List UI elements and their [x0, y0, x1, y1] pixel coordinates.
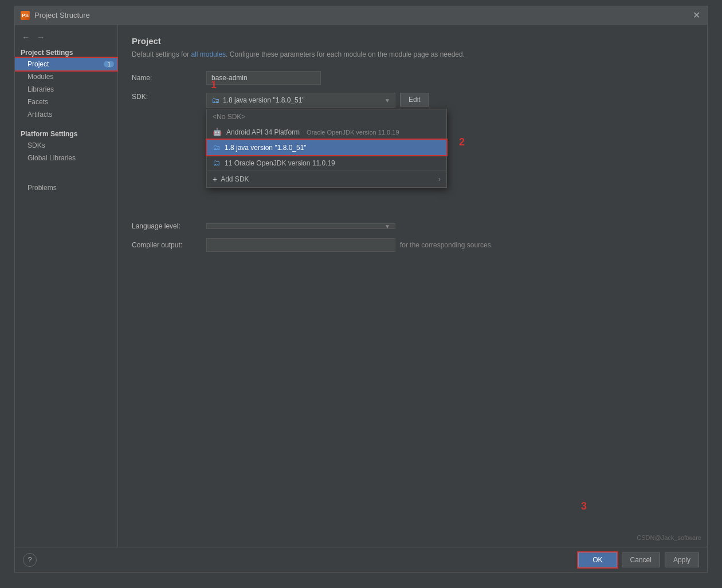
compiler-output-row: Compiler output: for the corresponding s… — [132, 238, 693, 252]
sdk-edit-button[interactable]: Edit — [400, 93, 429, 106]
bottom-right-buttons: OK Cancel Apply — [578, 553, 699, 567]
nav-back-forward: ← → — [15, 29, 117, 45]
platform-settings-label: Platform Settings — [15, 127, 117, 139]
apply-button[interactable]: Apply — [665, 553, 699, 567]
app-icon: PS — [21, 11, 30, 20]
sidebar-item-problems-label: Problems — [28, 184, 57, 192]
add-sdk-option[interactable]: + Add SDK › — [207, 171, 446, 187]
sidebar-item-global-libraries-label: Global Libraries — [28, 154, 76, 162]
sidebar-item-sdks-label: SDKs — [28, 141, 45, 149]
compiler-output-label: Compiler output: — [132, 241, 206, 249]
sdk-dropdown-container: 🗂 1.8 java version "1.8.0_51" ▼ <No SDK>… — [206, 93, 395, 108]
java18-sdk-label: 1.8 java version "1.8.0_51" — [225, 144, 307, 152]
annotation-number-1: 1 — [211, 79, 217, 91]
main-content: ← → Project Settings Project 1 Modules L… — [15, 25, 707, 547]
sdk-dropdown[interactable]: 🗂 1.8 java version "1.8.0_51" ▼ — [206, 93, 395, 108]
sdk-dropdown-arrow-icon: ▼ — [384, 97, 390, 104]
sidebar-item-project[interactable]: Project 1 — [15, 58, 117, 70]
cancel-button[interactable]: Cancel — [622, 553, 660, 567]
java11-folder-icon: 🗂 — [213, 159, 220, 167]
add-sdk-arrow-icon: › — [438, 175, 441, 183]
dialog-title: Project Structure — [34, 11, 686, 19]
sdk-folder-icon: 🗂 — [211, 96, 219, 105]
section-desc-link: all modules — [191, 50, 226, 58]
sidebar-item-problems[interactable]: Problems — [15, 181, 117, 194]
java11-sdk-option[interactable]: 🗂 11 Oracle OpenJDK version 11.0.19 — [207, 155, 446, 171]
java18-sdk-option[interactable]: 🗂 1.8 java version "1.8.0_51" — [207, 140, 446, 155]
sdk-row: SDK: 🗂 1.8 java version "1.8.0_51" ▼ <No… — [132, 93, 693, 108]
android-sdk-label: Android API 34 Platform — [226, 128, 300, 136]
right-panel: Project Default settings for all modules… — [118, 25, 707, 547]
sidebar-item-global-libraries[interactable]: Global Libraries — [15, 152, 117, 164]
annotation-number-2: 2 — [459, 136, 465, 148]
no-sdk-label: <No SDK> — [213, 113, 245, 121]
sidebar-item-facets-label: Facets — [28, 98, 48, 106]
section-desc-after: . Configure these parameters for each mo… — [226, 50, 465, 58]
language-level-arrow-icon: ▼ — [384, 223, 390, 230]
sidebar-item-artifacts-label: Artifacts — [28, 111, 52, 119]
project-settings-label: Project Settings — [15, 45, 117, 58]
watermark: CSDN@Jack_software — [637, 534, 701, 541]
section-title: Project — [132, 36, 693, 46]
sidebar-item-modules-label: Modules — [28, 73, 53, 81]
java18-folder-icon: 🗂 — [213, 143, 220, 152]
annotation-number-3: 3 — [581, 500, 587, 512]
sidebar-item-project-badge: 1 — [104, 61, 114, 68]
title-bar: PS Project Structure ✕ — [15, 6, 707, 25]
sdk-label: SDK: — [132, 93, 206, 101]
add-sdk-plus: + — [213, 175, 217, 184]
close-button[interactable]: ✕ — [691, 10, 701, 21]
language-level-dropdown[interactable]: ▼ — [206, 223, 395, 229]
ok-button[interactable]: OK — [578, 553, 617, 567]
sdk-dropdown-menu: <No SDK> 🤖 Android API 34 Platform Oracl… — [206, 109, 447, 188]
section-desc-before: Default settings for — [132, 50, 191, 58]
sidebar: ← → Project Settings Project 1 Modules L… — [15, 25, 118, 547]
sidebar-item-sdks[interactable]: SDKs — [15, 139, 117, 152]
android-sdk-sub: Oracle OpenJDK version 11.0.19 — [307, 129, 399, 136]
compiler-output-input[interactable] — [206, 238, 395, 252]
sidebar-item-facets[interactable]: Facets — [15, 96, 117, 108]
sidebar-item-libraries-label: Libraries — [28, 85, 54, 93]
compiler-output-desc: for the corresponding sources. — [400, 241, 493, 249]
nav-forward-button[interactable]: → — [34, 31, 47, 43]
no-sdk-option[interactable]: <No SDK> — [207, 109, 446, 124]
name-input[interactable] — [206, 71, 321, 85]
sidebar-item-modules[interactable]: Modules — [15, 70, 117, 83]
android-sdk-option[interactable]: 🤖 Android API 34 Platform Oracle OpenJDK… — [207, 124, 446, 140]
add-sdk-label: Add SDK — [221, 175, 249, 183]
bottom-bar: ? OK Cancel Apply — [15, 547, 707, 572]
java11-sdk-label: 11 Oracle OpenJDK version 11.0.19 — [225, 159, 335, 167]
sdk-value-text: 1.8 java version "1.8.0_51" — [223, 96, 305, 104]
nav-back-button[interactable]: ← — [19, 31, 32, 43]
sidebar-item-artifacts[interactable]: Artifacts — [15, 108, 117, 121]
language-level-row: Language level: ▼ — [132, 222, 693, 230]
sidebar-item-project-label: Project — [28, 60, 49, 68]
name-label: Name: — [132, 74, 206, 82]
language-level-label: Language level: — [132, 222, 206, 230]
project-structure-dialog: PS Project Structure ✕ ← → Project Setti… — [14, 6, 708, 573]
sidebar-item-libraries[interactable]: Libraries — [15, 83, 117, 96]
section-desc: Default settings for all modules. Config… — [132, 49, 693, 60]
android-icon: 🤖 — [213, 128, 222, 136]
help-button[interactable]: ? — [23, 553, 37, 567]
